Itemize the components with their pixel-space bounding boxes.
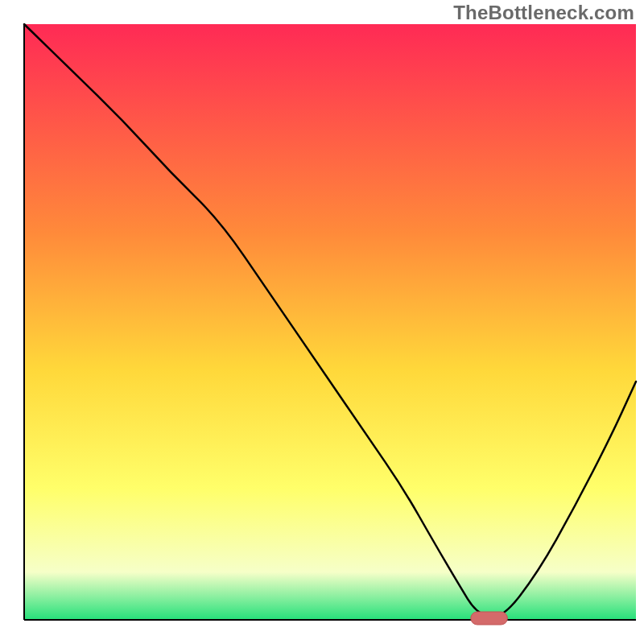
watermark-text: TheBottleneck.com <box>453 2 634 24</box>
bottleneck-chart <box>0 0 644 644</box>
optimal-marker <box>471 612 508 625</box>
chart-container: TheBottleneck.com <box>0 0 644 644</box>
